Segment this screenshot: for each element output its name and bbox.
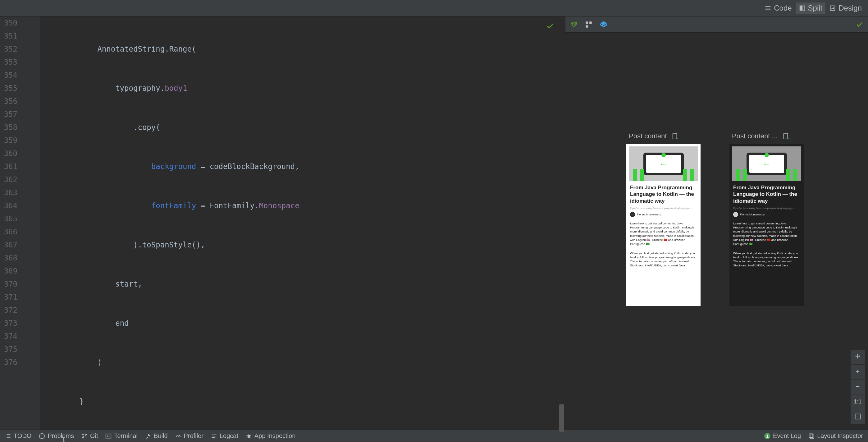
code-text-area[interactable]: AnnotatedString.Range( typography.body1 … xyxy=(40,17,565,430)
article-title: From Java Programming Language to Kotlin… xyxy=(730,181,804,206)
svg-rect-14 xyxy=(809,434,813,437)
zoom-out-button[interactable]: − xyxy=(850,380,865,394)
list-icon xyxy=(765,5,771,11)
line-number: 368 xyxy=(0,252,18,265)
status-label: Event Log xyxy=(773,432,801,440)
preview-canvas[interactable]: Post content ← From Java Programming Lan… xyxy=(565,33,868,430)
line-number: 353 xyxy=(0,56,18,69)
zoom-actual-button[interactable]: 1:1 xyxy=(850,394,865,409)
article-hero-image: ← xyxy=(629,146,698,181)
todo-tool[interactable]: TODO xyxy=(5,432,31,440)
article-title: From Java Programming Language to Kotlin… xyxy=(626,181,701,206)
svg-rect-0 xyxy=(586,22,588,24)
code-text: } xyxy=(43,436,66,442)
line-number: 371 xyxy=(0,291,18,304)
line-gutter: 350 351 352 353 354 355 356 357 358 359 … xyxy=(0,17,40,430)
line-number: 351 xyxy=(0,30,18,42)
svg-rect-15 xyxy=(810,435,814,438)
line-number: 358 xyxy=(0,121,18,134)
code-text: Monospace xyxy=(259,201,300,210)
code-text: body1 xyxy=(165,84,187,93)
code-text: start, xyxy=(43,280,142,289)
line-number: 356 xyxy=(0,95,18,108)
line-number: 376 xyxy=(0,356,18,369)
surface-config-icon[interactable] xyxy=(585,21,593,29)
zoom-label: 1:1 xyxy=(854,399,862,405)
article-author: Florina Muntenescu xyxy=(626,210,701,219)
line-number: 373 xyxy=(0,317,18,330)
pan-button[interactable] xyxy=(850,350,865,364)
status-label: TODO xyxy=(14,432,31,440)
view-code-button[interactable]: Code xyxy=(762,2,795,14)
svg-rect-2 xyxy=(586,25,588,28)
article-body: When you first get started writing Kotli… xyxy=(730,249,804,270)
author-name: Florina Muntenescu xyxy=(740,213,765,216)
checklist-icon xyxy=(5,433,11,439)
inspection-ok-icon[interactable] xyxy=(546,22,554,32)
view-design-label: Design xyxy=(838,4,862,12)
code-text: ) xyxy=(43,358,102,367)
layers-icon xyxy=(808,433,814,439)
article-body: Learn how to get started converting Java… xyxy=(626,219,701,249)
zoom-in-button[interactable]: + xyxy=(850,364,865,379)
line-number: 357 xyxy=(0,108,18,121)
device-deploy-icon[interactable] xyxy=(672,133,679,140)
article-meta: If you've been using Java as a programmi… xyxy=(626,206,701,210)
author-name: Florina Muntenescu xyxy=(637,213,661,216)
layout-inspector-tool[interactable]: Layout Inspector xyxy=(808,432,863,440)
preview-panel: Post content ← From Java Programming Lan… xyxy=(565,17,868,430)
code-text: fontFamily xyxy=(151,201,196,210)
event-log-tool[interactable]: 1 Event Log xyxy=(764,432,801,440)
preview-item-light[interactable]: Post content ← From Java Programming Lan… xyxy=(626,144,701,306)
status-label: Layout Inspector xyxy=(817,432,863,440)
notification-count-badge: 1 xyxy=(764,433,770,439)
line-number: 364 xyxy=(0,199,18,212)
code-text: = FontFamily. xyxy=(196,201,259,210)
editor-scrollbar-thumb[interactable] xyxy=(559,404,564,432)
preview-label: Post content xyxy=(629,132,667,140)
zoom-fit-button[interactable] xyxy=(850,409,865,424)
code-text xyxy=(43,162,151,171)
line-number: 359 xyxy=(0,134,18,147)
svg-rect-1 xyxy=(589,22,592,24)
line-number: 367 xyxy=(0,238,18,252)
refresh-icon[interactable] xyxy=(570,21,578,29)
view-code-label: Code xyxy=(774,4,792,12)
layers-icon[interactable] xyxy=(599,21,608,29)
line-number: 374 xyxy=(0,330,18,343)
line-number: 362 xyxy=(0,173,18,186)
preview-item-dark[interactable]: Post content ... ← From Java Programming… xyxy=(730,144,804,306)
code-text: end xyxy=(43,319,129,328)
main-area: 350 351 352 353 354 355 356 357 358 359 … xyxy=(0,16,868,430)
code-text xyxy=(43,201,151,210)
zoom-controls: + − 1:1 xyxy=(850,350,865,424)
avatar-icon xyxy=(733,212,738,217)
view-design-button[interactable]: Design xyxy=(826,2,865,14)
line-number: 350 xyxy=(0,17,18,30)
device-deploy-icon[interactable] xyxy=(782,133,789,140)
article-author: Florina Muntenescu xyxy=(730,210,804,219)
line-number: 360 xyxy=(0,147,18,160)
line-number: 369 xyxy=(0,265,18,277)
code-text: typography. xyxy=(43,84,165,93)
line-number: 363 xyxy=(0,186,18,199)
code-text: = codeBlockBackground, xyxy=(196,162,299,171)
svg-rect-7 xyxy=(855,414,861,419)
view-mode-toolbar: Code Split Design xyxy=(0,0,868,16)
image-icon xyxy=(829,5,836,11)
preview-mock-dark: ← From Java Programming Language to Kotl… xyxy=(730,144,804,306)
code-text: AnnotatedString.Range( xyxy=(43,45,196,54)
view-split-button[interactable]: Split xyxy=(796,2,826,14)
preview-ok-icon[interactable] xyxy=(856,21,864,29)
line-number: 361 xyxy=(0,160,18,173)
line-number: 372 xyxy=(0,304,18,317)
article-meta: If you've been using Java as a programmi… xyxy=(730,206,804,210)
preview-label: Post content ... xyxy=(732,132,778,140)
line-number: 366 xyxy=(0,225,18,238)
preview-toolbar xyxy=(565,17,868,33)
article-hero-image: ← xyxy=(732,146,801,181)
view-split-label: Split xyxy=(808,4,823,12)
article-body: Learn how to get started converting Java… xyxy=(730,219,804,249)
code-text: .copy( xyxy=(43,123,160,132)
line-number: 375 xyxy=(0,343,18,356)
